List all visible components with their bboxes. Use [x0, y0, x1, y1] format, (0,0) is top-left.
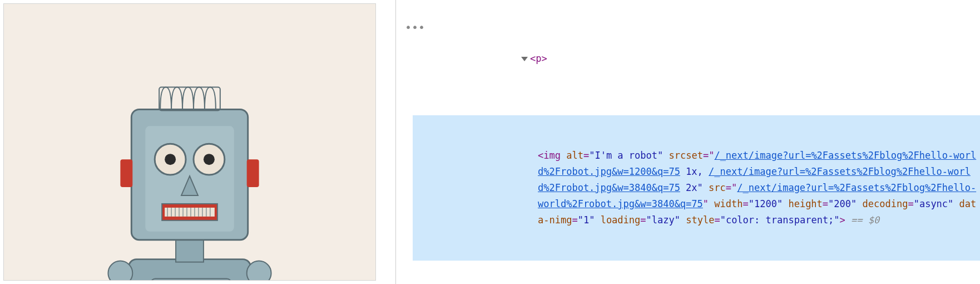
- dom-tree[interactable]: <p> <img alt="I'm a robot" srcset="/_nex…: [396, 0, 980, 284]
- gutter: •••: [396, 0, 413, 284]
- svg-point-14: [165, 154, 176, 165]
- preview-pane: [0, 0, 396, 284]
- dom-node-p-open[interactable]: <p>: [413, 51, 980, 67]
- devtools-elements-panel[interactable]: ••• <p> <img alt="I'm a robot" srcset="/…: [396, 0, 980, 284]
- svg-rect-10: [176, 237, 204, 262]
- robot-image: [3, 3, 376, 281]
- svg-rect-19: [165, 208, 215, 217]
- overflow-icon[interactable]: •••: [405, 19, 425, 36]
- chevron-down-icon[interactable]: [521, 57, 528, 61]
- svg-rect-33: [247, 159, 259, 187]
- svg-point-16: [204, 154, 215, 165]
- svg-point-35: [108, 261, 132, 280]
- selected-node-marker: == $0: [845, 214, 879, 226]
- svg-rect-32: [120, 159, 132, 187]
- svg-point-37: [247, 261, 271, 280]
- dom-node-img-selected[interactable]: <img alt="I'm a robot" srcset="/_next/im…: [413, 115, 980, 261]
